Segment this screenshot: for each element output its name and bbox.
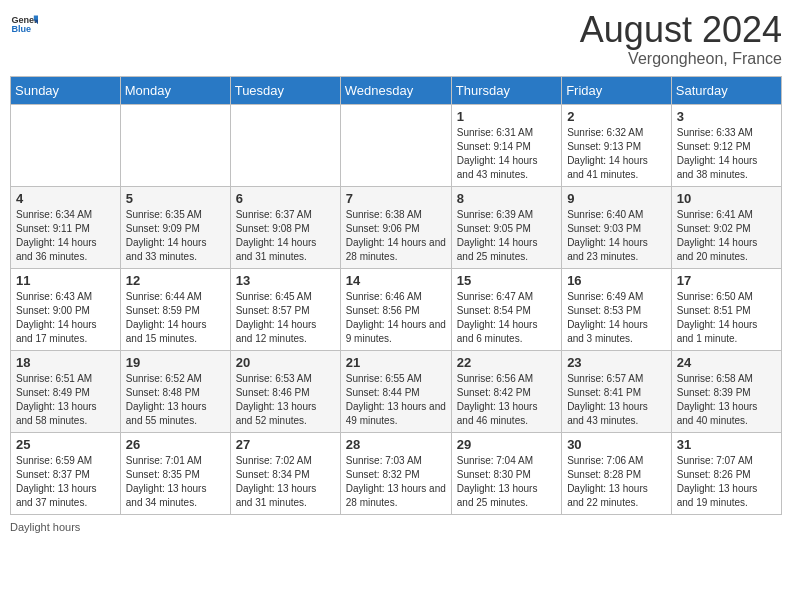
weekday-header-friday: Friday	[562, 76, 672, 104]
calendar-cell	[230, 104, 340, 186]
day-number: 2	[567, 109, 666, 124]
day-number: 11	[16, 273, 115, 288]
day-number: 12	[126, 273, 225, 288]
calendar-cell: 21Sunrise: 6:55 AMSunset: 8:44 PMDayligh…	[340, 350, 451, 432]
day-info: Sunrise: 7:03 AMSunset: 8:32 PMDaylight:…	[346, 454, 446, 510]
day-info: Sunrise: 6:49 AMSunset: 8:53 PMDaylight:…	[567, 290, 666, 346]
day-info: Sunrise: 7:01 AMSunset: 8:35 PMDaylight:…	[126, 454, 225, 510]
day-number: 9	[567, 191, 666, 206]
calendar-cell: 8Sunrise: 6:39 AMSunset: 9:05 PMDaylight…	[451, 186, 561, 268]
day-info: Sunrise: 6:57 AMSunset: 8:41 PMDaylight:…	[567, 372, 666, 428]
day-info: Sunrise: 6:33 AMSunset: 9:12 PMDaylight:…	[677, 126, 776, 182]
day-info: Sunrise: 6:56 AMSunset: 8:42 PMDaylight:…	[457, 372, 556, 428]
calendar-cell: 30Sunrise: 7:06 AMSunset: 8:28 PMDayligh…	[562, 432, 672, 514]
calendar-cell	[340, 104, 451, 186]
day-info: Sunrise: 6:41 AMSunset: 9:02 PMDaylight:…	[677, 208, 776, 264]
day-info: Sunrise: 7:06 AMSunset: 8:28 PMDaylight:…	[567, 454, 666, 510]
logo-icon: General Blue	[10, 10, 38, 38]
day-number: 22	[457, 355, 556, 370]
day-info: Sunrise: 6:34 AMSunset: 9:11 PMDaylight:…	[16, 208, 115, 264]
day-number: 5	[126, 191, 225, 206]
calendar-cell: 31Sunrise: 7:07 AMSunset: 8:26 PMDayligh…	[671, 432, 781, 514]
weekday-header-wednesday: Wednesday	[340, 76, 451, 104]
calendar-cell: 18Sunrise: 6:51 AMSunset: 8:49 PMDayligh…	[11, 350, 121, 432]
calendar-cell: 20Sunrise: 6:53 AMSunset: 8:46 PMDayligh…	[230, 350, 340, 432]
calendar-cell: 6Sunrise: 6:37 AMSunset: 9:08 PMDaylight…	[230, 186, 340, 268]
weekday-header-thursday: Thursday	[451, 76, 561, 104]
day-number: 28	[346, 437, 446, 452]
weekday-header-sunday: Sunday	[11, 76, 121, 104]
calendar-cell: 9Sunrise: 6:40 AMSunset: 9:03 PMDaylight…	[562, 186, 672, 268]
calendar-cell: 14Sunrise: 6:46 AMSunset: 8:56 PMDayligh…	[340, 268, 451, 350]
logo: General Blue	[10, 10, 38, 38]
day-number: 14	[346, 273, 446, 288]
day-number: 13	[236, 273, 335, 288]
day-number: 7	[346, 191, 446, 206]
calendar-cell: 3Sunrise: 6:33 AMSunset: 9:12 PMDaylight…	[671, 104, 781, 186]
title-area: August 2024 Vergongheon, France	[580, 10, 782, 68]
calendar-cell: 26Sunrise: 7:01 AMSunset: 8:35 PMDayligh…	[120, 432, 230, 514]
day-number: 21	[346, 355, 446, 370]
day-info: Sunrise: 6:47 AMSunset: 8:54 PMDaylight:…	[457, 290, 556, 346]
svg-text:Blue: Blue	[11, 24, 31, 34]
day-info: Sunrise: 6:35 AMSunset: 9:09 PMDaylight:…	[126, 208, 225, 264]
calendar-cell: 7Sunrise: 6:38 AMSunset: 9:06 PMDaylight…	[340, 186, 451, 268]
calendar-table: SundayMondayTuesdayWednesdayThursdayFrid…	[10, 76, 782, 515]
day-info: Sunrise: 6:51 AMSunset: 8:49 PMDaylight:…	[16, 372, 115, 428]
day-number: 26	[126, 437, 225, 452]
calendar-cell	[120, 104, 230, 186]
day-number: 15	[457, 273, 556, 288]
day-number: 6	[236, 191, 335, 206]
weekday-header-monday: Monday	[120, 76, 230, 104]
day-info: Sunrise: 6:53 AMSunset: 8:46 PMDaylight:…	[236, 372, 335, 428]
calendar-cell: 27Sunrise: 7:02 AMSunset: 8:34 PMDayligh…	[230, 432, 340, 514]
calendar-cell: 11Sunrise: 6:43 AMSunset: 9:00 PMDayligh…	[11, 268, 121, 350]
calendar-cell	[11, 104, 121, 186]
day-number: 4	[16, 191, 115, 206]
day-info: Sunrise: 6:58 AMSunset: 8:39 PMDaylight:…	[677, 372, 776, 428]
calendar-cell: 25Sunrise: 6:59 AMSunset: 8:37 PMDayligh…	[11, 432, 121, 514]
day-info: Sunrise: 6:43 AMSunset: 9:00 PMDaylight:…	[16, 290, 115, 346]
calendar-week-2: 11Sunrise: 6:43 AMSunset: 9:00 PMDayligh…	[11, 268, 782, 350]
calendar-week-0: 1Sunrise: 6:31 AMSunset: 9:14 PMDaylight…	[11, 104, 782, 186]
day-number: 17	[677, 273, 776, 288]
day-info: Sunrise: 6:55 AMSunset: 8:44 PMDaylight:…	[346, 372, 446, 428]
calendar-cell: 5Sunrise: 6:35 AMSunset: 9:09 PMDaylight…	[120, 186, 230, 268]
day-number: 8	[457, 191, 556, 206]
day-number: 16	[567, 273, 666, 288]
day-info: Sunrise: 6:52 AMSunset: 8:48 PMDaylight:…	[126, 372, 225, 428]
day-number: 23	[567, 355, 666, 370]
calendar-week-3: 18Sunrise: 6:51 AMSunset: 8:49 PMDayligh…	[11, 350, 782, 432]
day-info: Sunrise: 6:40 AMSunset: 9:03 PMDaylight:…	[567, 208, 666, 264]
calendar-cell: 2Sunrise: 6:32 AMSunset: 9:13 PMDaylight…	[562, 104, 672, 186]
day-info: Sunrise: 7:07 AMSunset: 8:26 PMDaylight:…	[677, 454, 776, 510]
calendar-cell: 23Sunrise: 6:57 AMSunset: 8:41 PMDayligh…	[562, 350, 672, 432]
calendar-cell: 1Sunrise: 6:31 AMSunset: 9:14 PMDaylight…	[451, 104, 561, 186]
day-info: Sunrise: 6:31 AMSunset: 9:14 PMDaylight:…	[457, 126, 556, 182]
calendar-week-4: 25Sunrise: 6:59 AMSunset: 8:37 PMDayligh…	[11, 432, 782, 514]
day-number: 24	[677, 355, 776, 370]
day-number: 19	[126, 355, 225, 370]
day-info: Sunrise: 6:46 AMSunset: 8:56 PMDaylight:…	[346, 290, 446, 346]
day-info: Sunrise: 6:45 AMSunset: 8:57 PMDaylight:…	[236, 290, 335, 346]
calendar-cell: 12Sunrise: 6:44 AMSunset: 8:59 PMDayligh…	[120, 268, 230, 350]
day-number: 18	[16, 355, 115, 370]
day-number: 25	[16, 437, 115, 452]
calendar-cell: 29Sunrise: 7:04 AMSunset: 8:30 PMDayligh…	[451, 432, 561, 514]
footer-note: Daylight hours	[10, 521, 782, 533]
day-number: 27	[236, 437, 335, 452]
day-number: 31	[677, 437, 776, 452]
calendar-cell: 22Sunrise: 6:56 AMSunset: 8:42 PMDayligh…	[451, 350, 561, 432]
day-info: Sunrise: 6:37 AMSunset: 9:08 PMDaylight:…	[236, 208, 335, 264]
day-info: Sunrise: 7:02 AMSunset: 8:34 PMDaylight:…	[236, 454, 335, 510]
day-number: 20	[236, 355, 335, 370]
weekday-header-row: SundayMondayTuesdayWednesdayThursdayFrid…	[11, 76, 782, 104]
calendar-week-1: 4Sunrise: 6:34 AMSunset: 9:11 PMDaylight…	[11, 186, 782, 268]
day-number: 1	[457, 109, 556, 124]
calendar-cell: 17Sunrise: 6:50 AMSunset: 8:51 PMDayligh…	[671, 268, 781, 350]
day-info: Sunrise: 7:04 AMSunset: 8:30 PMDaylight:…	[457, 454, 556, 510]
calendar-cell: 4Sunrise: 6:34 AMSunset: 9:11 PMDaylight…	[11, 186, 121, 268]
page-header: General Blue August 2024 Vergongheon, Fr…	[10, 10, 782, 68]
calendar-cell: 24Sunrise: 6:58 AMSunset: 8:39 PMDayligh…	[671, 350, 781, 432]
day-info: Sunrise: 6:59 AMSunset: 8:37 PMDaylight:…	[16, 454, 115, 510]
